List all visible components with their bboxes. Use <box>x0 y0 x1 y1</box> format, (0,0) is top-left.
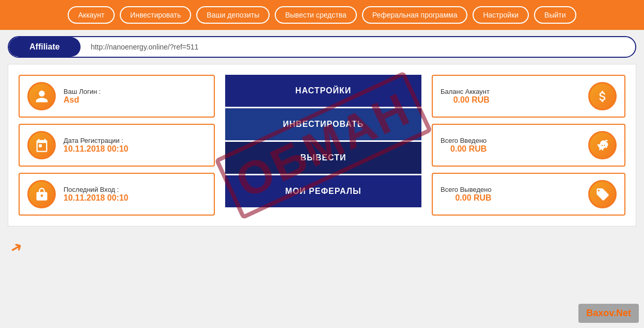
lock-icon <box>27 180 56 208</box>
balance-label: Баланс Аккаунт <box>441 88 490 95</box>
deposited-card: Всего Введено 0.00 RUB <box>432 124 625 167</box>
baxov-watermark: Baxov.Net <box>578 304 639 323</box>
reg-value: 10.11.2018 00:10 <box>64 144 128 154</box>
footer-area: ➜ <box>0 232 644 273</box>
last-login-info: Последний Вход : 10.11.2018 00:10 <box>64 186 128 203</box>
deposited-info: Всего Введено 0.00 RUB <box>441 137 486 154</box>
deposited-label: Всего Введено <box>441 137 486 144</box>
login-label: Ваш Логин : <box>64 88 101 95</box>
actions-column: НАСТРОЙКИ ИНВЕСТИРОВАТЬ ВЫВЕСТИ МОИ РЕФЕ… <box>225 75 421 216</box>
balance-value: 0.00 RUB <box>441 95 490 105</box>
balance-card: Баланс Аккаунт 0.00 RUB <box>432 75 625 118</box>
withdraw-action-button[interactable]: ВЫВЕСТИ <box>225 142 421 174</box>
affiliate-bar: Affiliate http://nanoenergy.online/?ref=… <box>8 36 636 58</box>
nav-withdraw-button[interactable]: Вывести средства <box>275 6 357 24</box>
deposited-value: 0.00 RUB <box>441 144 486 154</box>
login-info: Ваш Логин : Asd <box>64 88 101 105</box>
registration-info: Дата Регистрации : 10.11.2018 00:10 <box>64 137 128 154</box>
balance-info: Баланс Аккаунт 0.00 RUB <box>441 88 490 105</box>
last-login-value: 10.11.2018 00:10 <box>64 193 128 203</box>
last-login-label: Последний Вход : <box>64 186 128 193</box>
stats-column: Баланс Аккаунт 0.00 RUB Всего Введено 0.… <box>432 75 625 216</box>
baxov-text: Baxov <box>586 308 614 318</box>
tag-icon <box>588 180 617 208</box>
nav-referral-button[interactable]: Реферальная программа <box>362 6 468 24</box>
baxov-tld: .Net <box>614 308 631 318</box>
withdrawn-card: Всего Выведено 0.00 RUB <box>432 173 625 216</box>
settings-action-button[interactable]: НАСТРОЙКИ <box>225 75 421 107</box>
referrals-action-button[interactable]: МОИ РЕФЕРАЛЫ <box>225 175 421 207</box>
nav-deposits-button[interactable]: Ваши депозиты <box>196 6 270 24</box>
last-login-card: Последний Вход : 10.11.2018 00:10 <box>19 173 215 216</box>
calendar-icon <box>27 131 56 159</box>
invest-action-button[interactable]: ИНВЕСТИРОВАТЬ <box>225 108 421 140</box>
affiliate-label: Affiliate <box>9 37 81 57</box>
registration-card: Дата Регистрации : 10.11.2018 00:10 <box>19 124 215 167</box>
user-info-column: Ваш Логин : Asd Дата Регистрации : 10.11… <box>19 75 215 216</box>
withdrawn-info: Всего Выведено 0.00 RUB <box>441 186 492 203</box>
login-card: Ваш Логин : Asd <box>19 75 215 118</box>
main-content: Ваш Логин : Asd Дата Регистрации : 10.11… <box>8 64 636 226</box>
user-icon <box>27 82 56 110</box>
nav-invest-button[interactable]: Инвестировать <box>120 6 191 24</box>
withdrawn-value: 0.00 RUB <box>441 193 492 203</box>
login-value: Asd <box>64 95 101 105</box>
reg-label: Дата Регистрации : <box>64 137 128 144</box>
nav-account-button[interactable]: Аккаунт <box>68 6 115 24</box>
affiliate-url[interactable]: http://nanoenergy.online/?ref=511 <box>81 38 635 56</box>
coins-icon <box>588 82 617 110</box>
arrow-icon: ➜ <box>7 237 25 258</box>
nav-settings-button[interactable]: Настройки <box>473 6 529 24</box>
top-navigation: Аккаунт Инвестировать Ваши депозиты Выве… <box>0 0 644 30</box>
nav-logout-button[interactable]: Выйти <box>534 6 576 24</box>
withdrawn-label: Всего Выведено <box>441 186 492 193</box>
piggy-icon <box>588 131 617 159</box>
